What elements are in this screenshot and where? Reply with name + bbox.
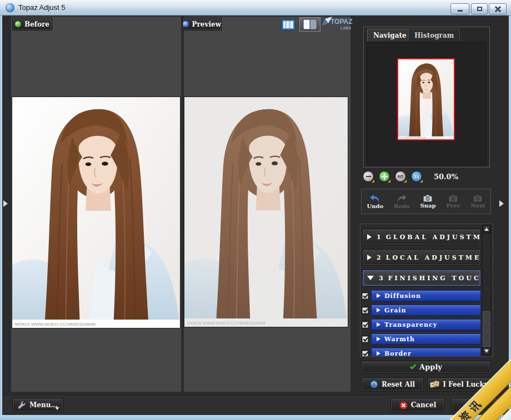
collapsed-arrow-icon <box>377 322 380 327</box>
collapsed-arrow-icon <box>377 308 380 312</box>
zoom-out-button[interactable] <box>363 171 374 182</box>
undo-icon <box>369 194 380 203</box>
section-number: 1 <box>377 234 381 241</box>
prev-button[interactable]: Prev <box>446 195 460 209</box>
arrow-up-icon <box>484 227 489 231</box>
apply-button[interactable]: Apply <box>361 361 491 373</box>
history-toolbar: Undo Redo Snap Prev <box>361 189 491 214</box>
camera-prev-icon <box>449 195 458 202</box>
topaz-labs-logo: TOPAZ LABS <box>320 16 354 32</box>
navigator-thumbnail[interactable] <box>397 58 455 140</box>
transparency-bar[interactable]: Transparency <box>371 319 481 330</box>
single-view-button[interactable] <box>281 19 295 31</box>
section-label: GLOBAL ADJUSTM <box>386 234 481 241</box>
logo-sub-text: LABS <box>340 26 351 30</box>
tab-navigate[interactable]: Navigate <box>367 29 413 41</box>
before-label: Before <box>24 21 49 28</box>
redo-label: Redo <box>394 203 409 209</box>
preview-image <box>184 97 348 327</box>
zoom-percentage: 50.0% <box>434 173 458 181</box>
title-bar[interactable]: Topaz Adjust 5 <box>0 0 511 16</box>
zoom-fit-button[interactable]: FIT <box>395 171 406 182</box>
cancel-button[interactable]: Cancel <box>390 398 445 412</box>
fit-label: FIT <box>398 175 403 179</box>
camera-icon <box>423 195 432 202</box>
filter-label: Border <box>384 350 412 357</box>
warmth-bar[interactable]: Warmth <box>371 333 481 345</box>
window-border-bottom <box>0 415 511 420</box>
border-checkbox[interactable] <box>362 350 369 357</box>
check-icon <box>410 362 417 369</box>
grain-checkbox[interactable] <box>362 307 369 314</box>
menu-caret-icon <box>55 407 59 410</box>
section-number: 2 <box>377 254 381 261</box>
filter-row-border: Border <box>361 348 481 356</box>
filter-label: Diffusion <box>384 292 421 300</box>
collapsed-arrow-icon <box>377 337 380 341</box>
arrow-down-icon <box>484 350 489 353</box>
tab-histogram[interactable]: Histogram <box>408 29 460 41</box>
section-number: 3 <box>379 275 383 282</box>
section-local-adjustments[interactable]: 2 LOCAL ADJUSTME <box>362 249 481 266</box>
collapsed-arrow-icon <box>377 294 380 298</box>
filter-row-grain: Grain <box>361 305 481 316</box>
plus-icon <box>382 174 388 180</box>
scrollbar-thumb[interactable] <box>483 311 490 347</box>
single-view-icon <box>281 19 295 31</box>
border-bar[interactable]: Border <box>371 348 481 356</box>
snap-label: Snap <box>420 203 435 209</box>
maximize-button[interactable] <box>471 3 488 14</box>
reset-icon <box>370 380 378 388</box>
navigator-canvas <box>367 42 487 165</box>
zoom-actual-button[interactable]: 1:1 <box>411 171 422 182</box>
warmth-checkbox[interactable] <box>362 336 369 343</box>
expanded-arrow-icon <box>367 276 374 280</box>
before-button[interactable]: Before <box>12 18 52 31</box>
filter-label: Warmth <box>384 336 415 343</box>
window-border-right <box>509 16 511 415</box>
apply-label: Apply <box>419 363 442 371</box>
menu-button[interactable]: Menu... <box>12 398 63 412</box>
close-button[interactable] <box>489 3 507 14</box>
minimize-icon <box>458 10 463 12</box>
adjustment-sections: 1 GLOBAL ADJUSTM 2 LOCAL ADJUSTME 3 FINI… <box>361 224 481 356</box>
i-feel-lucky-button[interactable]: I Feel Lucky <box>427 377 491 391</box>
split-view-button[interactable] <box>299 17 320 32</box>
next-button[interactable]: Next <box>470 195 485 209</box>
one-to-one-label: 1:1 <box>414 175 419 179</box>
redo-button[interactable]: Redo <box>394 194 409 209</box>
undo-button[interactable]: Undo <box>367 194 383 209</box>
section-finishing-touches[interactable]: 3 FINISHING TOUC <box>362 270 481 286</box>
cancel-label: Cancel <box>411 401 437 409</box>
section-global-adjustments[interactable]: 1 GLOBAL ADJUSTM <box>362 229 481 245</box>
logo-main-text: TOPAZ <box>330 18 353 26</box>
preview-label: Preview <box>192 21 221 28</box>
transparency-checkbox[interactable] <box>362 321 369 328</box>
maximize-icon <box>477 7 482 11</box>
cancel-icon <box>399 401 408 409</box>
snap-button[interactable]: Snap <box>420 195 435 209</box>
scroll-up-button[interactable] <box>483 225 490 233</box>
ok-button[interactable] <box>451 398 499 412</box>
minimize-button[interactable] <box>450 3 469 14</box>
zoom-controls: FIT 1:1 50.0% <box>363 170 458 183</box>
green-orb-icon <box>15 21 21 27</box>
section-label: FINISHING TOUC <box>388 275 481 282</box>
zoom-in-button[interactable] <box>379 171 390 182</box>
right-panel-collapse-arrow[interactable] <box>499 200 504 207</box>
grain-bar[interactable]: Grain <box>371 305 481 316</box>
camera-next-icon <box>473 195 482 202</box>
diffusion-checkbox[interactable] <box>362 292 369 300</box>
reset-all-button[interactable]: Reset All <box>361 377 424 391</box>
menu-label: Menu... <box>29 401 58 409</box>
scroll-down-button[interactable] <box>483 347 490 355</box>
window-title: Topaz Adjust 5 <box>18 0 66 16</box>
preview-button[interactable]: Preview <box>182 18 222 31</box>
sections-scrollbar[interactable] <box>482 225 491 356</box>
left-panel-collapse-arrow[interactable] <box>3 200 8 207</box>
before-image <box>12 97 180 328</box>
diffusion-bar[interactable]: Diffusion <box>371 290 481 301</box>
section-label: LOCAL ADJUSTME <box>386 254 481 261</box>
filter-label: Transparency <box>384 321 437 328</box>
filter-row-transparency: Transparency <box>361 319 481 330</box>
